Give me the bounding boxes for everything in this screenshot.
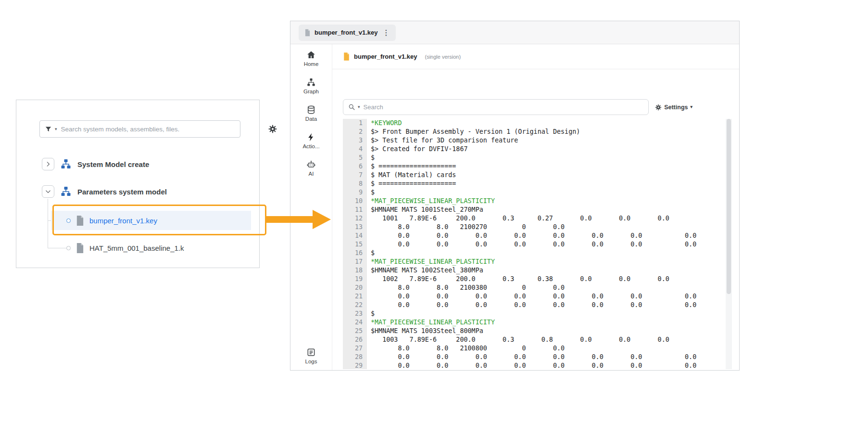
tree-item-parameters-system-model[interactable]: Parameters system model [42,185,167,198]
file-version-note: (single version) [425,54,461,60]
scrollbar-thumb[interactable] [727,119,731,294]
model-browser-panel: ▾ [16,100,260,268]
file-doc-icon [304,29,311,37]
code-editor[interactable]: 1234567891011121314151617181920212223242… [343,119,732,369]
search-magnifier-icon [348,103,355,111]
viewer-body: Home Graph [290,44,739,370]
nav-item-actions[interactable]: Actio... [302,132,319,149]
logs-list-icon [306,347,316,357]
kebab-menu-icon[interactable]: ⋮ [383,29,390,36]
file-doc-icon [75,215,85,226]
code-search-box[interactable]: ▾ [343,99,649,115]
tree-item-hat-5mm-baseline[interactable]: HAT_5mm_001_baseline_1.k [51,241,184,255]
browser-settings-gear-icon[interactable] [268,124,277,134]
file-name-label: bumper_front_v1.key [89,217,157,225]
model-search-box[interactable]: ▾ [39,120,240,138]
database-icon [306,105,316,115]
expand-toggle-expanded[interactable] [42,185,54,198]
tab-title: bumper_front_v1.key [314,29,378,36]
model-search-input[interactable] [60,125,235,133]
browser-search-row: ▾ [39,120,259,139]
robot-icon [306,160,316,169]
file-viewer-panel: bumper_front_v1.key ⋮ Home [290,21,740,371]
system-model-icon [60,186,72,197]
file-doc-icon-amber [343,52,350,61]
settings-gear-icon [655,104,662,111]
file-header-name: bumper_front_v1.key [354,53,417,60]
nav-item-graph[interactable]: Graph [303,77,319,94]
chevron-right-icon [45,161,51,167]
file-tab[interactable]: bumper_front_v1.key ⋮ [299,25,396,41]
settings-label: Settings [664,104,688,111]
viewer-tab-bar: bumper_front_v1.key ⋮ [290,21,739,44]
settings-caret-down-icon: ▾ [690,105,692,109]
file-header: bumper_front_v1.key (single version) [332,44,739,69]
system-model-icon [60,158,72,170]
settings-dropdown[interactable]: Settings ▾ [655,104,692,111]
tree-item-bumper-front-v1-key[interactable]: bumper_front_v1.key [51,211,251,230]
nav-item-ai[interactable]: AI [306,160,316,177]
search-caret-down-icon[interactable]: ▾ [358,105,360,109]
code-gutter: 1234567891011121314151617181920212223242… [343,119,367,369]
tree-item-label: System Model create [77,160,149,168]
filter-caret-down-icon[interactable]: ▾ [55,127,57,131]
tree-item-label: Parameters system model [77,188,167,196]
code-scrollbar[interactable] [726,119,732,369]
desktop-canvas: ▾ [0,0,868,437]
nav-item-logs[interactable]: Logs [305,347,317,364]
filter-funnel-icon[interactable] [45,126,52,133]
nav-item-home[interactable]: Home [304,50,319,67]
annotation-arrow-icon [264,207,333,232]
code-lines[interactable]: *KEYWORD$> Front Bumper Assembly - Versi… [367,119,732,369]
tree-item-system-model-create[interactable]: System Model create [42,158,149,170]
viewer-content: bumper_front_v1.key (single version) ▾ [332,44,739,370]
expand-toggle-collapsed[interactable] [42,158,54,170]
graph-sitemap-icon [306,77,316,87]
file-doc-icon [75,243,85,254]
chevron-down-icon [45,188,51,195]
code-search-input[interactable] [363,103,643,111]
node-bullet-icon [66,246,71,250]
node-bullet-icon [66,218,71,223]
file-name-label: HAT_5mm_001_baseline_1.k [89,244,184,252]
tree-guide-line [48,199,48,248]
nav-item-data[interactable]: Data [305,105,317,122]
lightning-bolt-icon [306,132,316,142]
home-icon [306,50,316,60]
viewer-toolbar: ▾ [343,99,739,115]
